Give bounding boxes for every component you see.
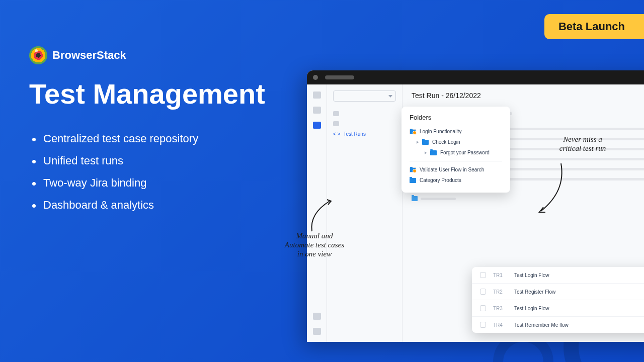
result-id: TR2 [493,289,507,295]
chevron-right-icon [425,151,427,154]
annotation-manual-automate: Manual and Automate test cases in one vi… [282,231,347,258]
folder-gear-icon [410,129,416,134]
feature-item: Two-way Jira binding [29,172,271,194]
page-title: Test Run - 26/12/2022 [412,92,644,100]
folder-gear-icon [410,167,416,172]
result-row[interactable]: TR4 Test Remember Me flow Blocked [472,317,644,333]
result-name: Test Login Flow [514,273,644,278]
folder-item[interactable]: Validate User Flow in Search [401,164,510,175]
folder-row[interactable] [412,194,456,204]
folders-popup: Folders Login Functionality Check Login … [401,107,510,193]
chart-icon[interactable] [313,92,321,99]
window-titlebar [307,70,644,84]
result-name: Test Remember Me flow [514,322,644,328]
folder-icon[interactable] [313,107,321,114]
result-id: TR3 [493,306,507,311]
checkbox[interactable] [480,305,486,311]
folders-popup-title: Folders [401,114,510,126]
feature-list: Centralized test case repository Unified… [29,128,271,216]
sidebar-item-test-runs[interactable]: < >Test Runs [333,129,396,139]
checkbox[interactable] [480,272,486,278]
folder-item[interactable]: Login Functionality [401,126,510,137]
hero-title: Test Management [29,78,271,110]
folder-item[interactable]: Forgot your Password [401,147,510,158]
folders-column: < >Test Runs [327,84,403,342]
clipboard-icon[interactable] [313,328,321,335]
result-row[interactable]: TR3 Test Login Flow Retest [472,300,644,317]
divider [410,161,502,161]
result-name: Test Login Flow [514,306,644,311]
brand-name: BrowserStack [52,49,126,62]
result-row[interactable]: TR2 Test Register Flow Failed [472,284,644,300]
result-name: Test Register Flow [514,289,644,295]
checkbox[interactable] [480,289,486,295]
feature-item: Dashboard & analytics [29,194,271,216]
folder-icon [333,121,339,126]
code-icon[interactable] [313,122,321,129]
folder-icon [410,178,416,183]
arrow-annotation-icon [307,199,337,234]
chevron-right-icon [417,141,419,144]
titlebar-placeholder [325,75,354,79]
result-row[interactable]: TR1 Test Login Flow Passed [472,267,644,284]
chevron-down-icon [388,95,392,98]
folder-icon [412,196,418,201]
result-id: TR1 [493,273,507,278]
bars-icon [333,111,339,116]
traffic-light-icon [313,75,318,80]
folder-item[interactable]: Check Login [401,137,510,147]
result-id: TR4 [493,322,507,328]
folder-icon [430,150,437,155]
checkbox[interactable] [480,322,486,328]
gear-icon[interactable] [313,313,321,320]
app-mockup: < >Test Runs Test Run - 26/12/2022 Test … [307,70,644,342]
annotation-critical-run: Never miss a critical test run [552,135,613,153]
beta-badge: Beta Launch [544,14,644,39]
folder-icon [422,140,429,145]
feature-item: Centralized test case repository [29,128,271,150]
browserstack-logo-icon [29,46,47,64]
project-selector[interactable] [333,90,396,102]
folder-item[interactable]: Category Products [401,175,510,186]
brand-logo: BrowserStack [29,46,271,64]
feature-item: Unified test runs [29,150,271,172]
results-card: TR1 Test Login Flow Passed TR2 Test Regi… [472,267,644,333]
arrow-annotation-icon [533,161,569,216]
